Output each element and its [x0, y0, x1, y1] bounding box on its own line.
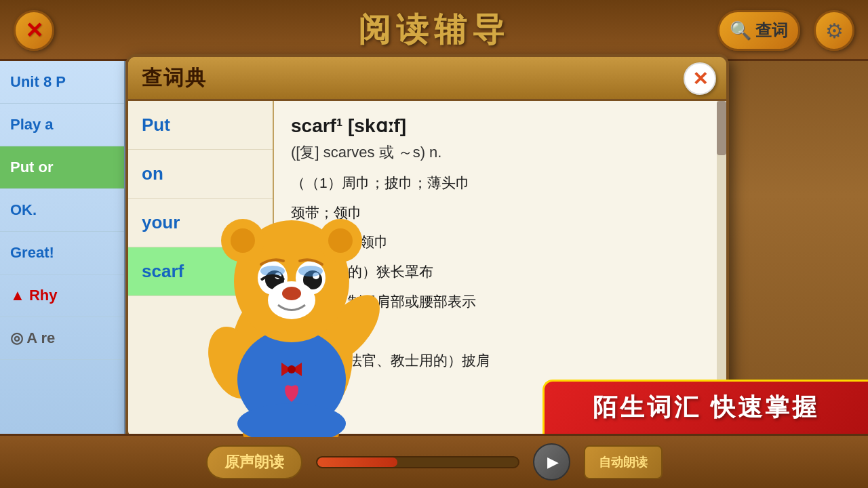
progress-bar-container — [316, 456, 519, 468]
dict-header: 查词典 ✕ — [128, 57, 726, 101]
bottom-bar: 原声朗读 ▶ 自动朗读 — [0, 434, 868, 488]
word-item-put[interactable]: Put — [128, 101, 273, 150]
play-icon: ▶ — [547, 453, 559, 471]
dict-close-icon: ✕ — [692, 68, 708, 90]
sidebar-item-ok[interactable]: OK. — [0, 189, 124, 232]
sidebar-item-label: Put or — [10, 159, 54, 176]
sidebar-item-unit[interactable]: Unit 8 P — [0, 61, 124, 104]
auto-label: 自动朗读 — [599, 454, 648, 470]
search-button-label: 查词 — [755, 20, 788, 41]
search-icon: 🔍 — [730, 20, 751, 41]
sidebar-item-label: Great! — [10, 244, 54, 261]
progress-bar-fill — [317, 458, 397, 467]
audio-label: 原声朗读 — [224, 452, 284, 472]
svg-point-12 — [288, 365, 296, 373]
play-button[interactable]: ▶ — [533, 443, 570, 481]
sidebar-item-rhyme[interactable]: ▲ Rhy — [0, 274, 124, 317]
settings-icon: ⚙ — [825, 19, 844, 43]
sidebar-item-great[interactable]: Great! — [0, 232, 124, 274]
word-label: your — [142, 212, 180, 232]
bear-character — [197, 180, 387, 437]
word-label: Put — [142, 115, 170, 135]
app-title: 阅读辅导 — [358, 8, 510, 52]
definition-plural: ([复] scarves 或 ～s) n. — [291, 142, 709, 163]
svg-point-15 — [231, 228, 255, 253]
sidebar-item-label: ▲ Rhy — [10, 287, 57, 304]
svg-point-27 — [282, 287, 301, 300]
app-close-button[interactable]: ✕ — [14, 10, 54, 51]
settings-button[interactable]: ⚙ — [814, 10, 854, 51]
scrollbar-thumb — [717, 101, 726, 155]
sidebar-item-label: Play a — [10, 116, 54, 133]
sidebar-item-play[interactable]: Play a — [0, 104, 124, 146]
dict-close-button[interactable]: ✕ — [684, 62, 716, 95]
dict-title: 查词典 — [142, 64, 207, 92]
sidebar-item-puton[interactable]: Put or — [0, 146, 124, 189]
bear-svg — [197, 180, 387, 437]
word-label: on — [142, 163, 163, 184]
sidebar-item-label: ◎ A re — [10, 329, 55, 346]
audio-button[interactable]: 原声朗读 — [206, 445, 302, 479]
close-icon: ✕ — [25, 18, 43, 43]
sidebar-item-label: Unit 8 P — [10, 73, 66, 90]
main-background: ✕ 阅读辅导 🔍 查词 ⚙ Unit 8 P Play a Put or OK.… — [0, 0, 868, 488]
promo-text: 陌生词汇 快速掌握 — [593, 391, 819, 424]
auto-button[interactable]: 自动朗读 — [584, 445, 663, 479]
word-label: scarf — [142, 261, 184, 281]
promo-banner: 陌生词汇 快速掌握 — [542, 380, 868, 434]
definition-word: scarf¹ [skɑːf] — [291, 115, 709, 137]
top-bar: ✕ 阅读辅导 🔍 查词 ⚙ — [0, 0, 868, 61]
sidebar-item-are[interactable]: ◎ A re — [0, 317, 124, 360]
svg-point-25 — [298, 266, 323, 277]
svg-point-17 — [328, 228, 353, 253]
search-word-button[interactable]: 🔍 查词 — [717, 10, 800, 51]
sidebar-item-label: OK. — [10, 201, 37, 218]
sidebar: Unit 8 P Play a Put or OK. Great! ▲ Rhy … — [0, 61, 125, 434]
